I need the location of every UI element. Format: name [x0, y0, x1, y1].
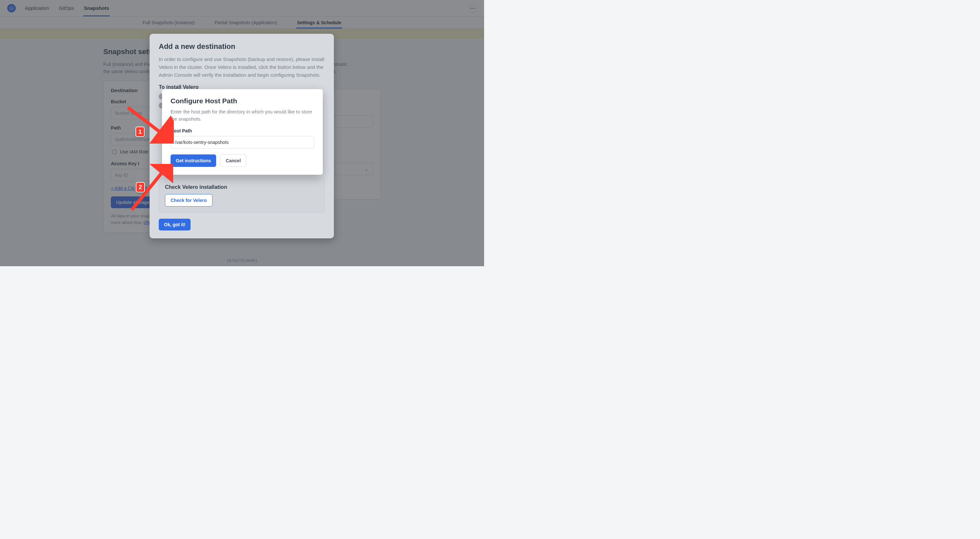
- host-path-input[interactable]: [170, 136, 314, 148]
- inner-modal-desc: Enter the host path for the directory in…: [170, 108, 314, 123]
- configure-host-path-modal: Configure Host Path Enter the host path …: [162, 89, 323, 175]
- check-velero-card: Check Velero installation Check for Vele…: [159, 178, 325, 213]
- outer-modal-desc: In order to configure and use Snapshots …: [159, 56, 325, 79]
- inner-modal-actions: Get instructions Cancel: [170, 154, 314, 167]
- outer-modal-title: Add a new destination: [159, 42, 325, 51]
- annotation-badge-2: 2: [136, 182, 145, 192]
- inner-modal-title: Configure Host Path: [170, 97, 314, 105]
- annotation-badge-1: 1: [135, 127, 145, 137]
- host-path-label: Host Path: [170, 128, 314, 134]
- get-instructions-button[interactable]: Get instructions: [170, 154, 216, 167]
- check-for-velero-button[interactable]: Check for Velero: [165, 194, 213, 207]
- ok-got-it-button[interactable]: Ok, got it!: [159, 219, 191, 231]
- app-root: Application GitOps Snapshots Full Snapsh…: [0, 0, 484, 266]
- check-velero-heading: Check Velero installation: [165, 184, 318, 190]
- cancel-button[interactable]: Cancel: [220, 154, 246, 167]
